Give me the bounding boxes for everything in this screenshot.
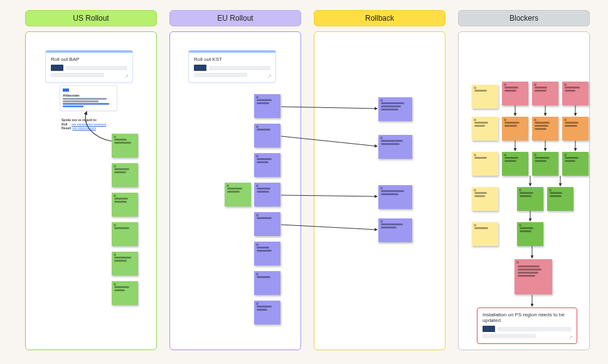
sticky-rb-3[interactable]	[378, 185, 412, 209]
jira-card-update[interactable]: Installation on PS region needs to be up…	[477, 308, 577, 344]
col-header-us[interactable]: US Rollout	[25, 10, 157, 26]
sticky-blk-y3[interactable]	[472, 152, 498, 176]
jira-title: Roll out BAP	[51, 56, 127, 62]
link-out-icon[interactable]: ↗	[568, 334, 573, 341]
sticky-us-4[interactable]	[112, 222, 138, 246]
link-out-icon[interactable]: ↗	[124, 73, 129, 80]
sticky-eu-6[interactable]	[254, 242, 280, 265]
jira-title: Roll out KST	[194, 56, 270, 62]
sticky-eu-2[interactable]	[254, 124, 280, 147]
sticky-eu-3[interactable]	[254, 153, 280, 177]
sticky-blk-g5[interactable]	[547, 187, 573, 211]
col-title-rollback: Rollback	[365, 14, 394, 23]
sticky-blk-r3[interactable]	[562, 82, 589, 105]
sticky-rb-4[interactable]	[378, 218, 412, 242]
skeleton	[63, 100, 99, 102]
atlassian-icon	[63, 88, 69, 92]
priority-icon	[194, 65, 206, 71]
sticky-rb-1[interactable]	[378, 97, 412, 121]
sticky-us-1[interactable]	[112, 134, 138, 158]
sticky-eu-5[interactable]	[254, 212, 280, 236]
sticky-blk-g6[interactable]	[517, 222, 543, 246]
priority-icon	[51, 65, 63, 71]
info-title: Atlassian	[63, 94, 114, 97]
sticky-blk-y5[interactable]	[472, 222, 498, 246]
jira-card-kst[interactable]: Roll out KST ↗	[188, 50, 276, 83]
sticky-blk-r2[interactable]	[532, 82, 558, 105]
sticky-blk-y2[interactable]	[472, 117, 498, 141]
skeleton	[63, 105, 83, 107]
skeleton	[63, 98, 107, 100]
sticky-blk-o3[interactable]	[562, 117, 589, 141]
sticky-eu-8[interactable]	[254, 301, 280, 324]
skeleton	[483, 334, 536, 338]
sticky-blk-g4[interactable]	[517, 187, 543, 211]
sticky-eu-1[interactable]	[254, 94, 280, 118]
sticky-us-2[interactable]	[112, 163, 138, 187]
sticky-blk-r1[interactable]	[502, 82, 528, 105]
comment-label-2: Result	[61, 126, 71, 130]
priority-icon	[483, 326, 495, 332]
sticky-us-6[interactable]	[112, 281, 138, 305]
sticky-eu-7[interactable]	[254, 271, 280, 295]
link-out-icon[interactable]: ↗	[267, 73, 272, 80]
comment-heading: Spoke xxx xx regard to:	[61, 118, 120, 122]
col-title-eu: EU Rollout	[217, 14, 253, 23]
col-title-us: US Rollout	[73, 14, 109, 23]
comment-link-2: xxx xxxxxxx xxxx	[72, 126, 96, 130]
col-header-blockers[interactable]: Blockers	[458, 10, 590, 26]
sticky-blk-summary[interactable]	[515, 259, 552, 294]
skeleton	[66, 66, 127, 70]
comment-block[interactable]: Spoke xxx xx regard to: Rollxxx xxxxxxxx…	[61, 118, 120, 130]
sticky-blk-y4[interactable]	[472, 187, 498, 211]
sticky-us-5[interactable]	[112, 252, 138, 276]
sticky-rb-2[interactable]	[378, 135, 412, 159]
sticky-blk-y1[interactable]	[472, 85, 498, 109]
sticky-eu-branch[interactable]	[225, 183, 251, 206]
skeleton	[194, 73, 247, 77]
sticky-eu-4[interactable]	[254, 183, 280, 206]
jira-title: Installation on PS region needs to be up…	[483, 312, 572, 323]
sticky-blk-g1[interactable]	[502, 152, 528, 176]
sticky-blk-g3[interactable]	[562, 152, 589, 176]
skeleton	[209, 66, 270, 70]
col-header-rollback[interactable]: Rollback	[314, 10, 445, 26]
skeleton	[51, 73, 104, 77]
sticky-blk-o1[interactable]	[502, 117, 528, 141]
col-title-blockers: Blockers	[509, 14, 538, 23]
sticky-blk-o2[interactable]	[532, 117, 558, 141]
skeleton	[63, 103, 109, 105]
skeleton	[498, 327, 572, 331]
info-card-atlassian[interactable]: Atlassian	[60, 85, 117, 111]
col-header-eu[interactable]: EU Rollout	[169, 10, 301, 26]
sticky-us-3[interactable]	[112, 193, 138, 217]
jira-card-bap[interactable]: Roll out BAP ↗	[45, 50, 133, 83]
sticky-blk-g2[interactable]	[532, 152, 558, 176]
